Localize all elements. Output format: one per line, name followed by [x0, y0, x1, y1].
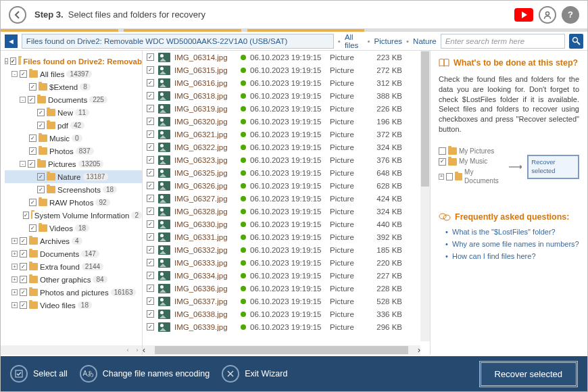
expand-toggle[interactable]: -: [20, 97, 26, 103]
file-row[interactable]: ✓IMG_06318.jpg06.10.2023 19:19:15Picture…: [143, 89, 430, 102]
checkbox[interactable]: ✓: [147, 310, 154, 318]
file-row[interactable]: ✓IMG_06336.jpg06.10.2023 19:19:15Picture…: [143, 282, 430, 295]
checkbox[interactable]: ✓: [147, 130, 154, 138]
tree-item[interactable]: +✓Other graphics84: [5, 273, 142, 286]
file-row[interactable]: ✓IMG_06338.jpg06.10.2023 19:19:15Picture…: [143, 308, 430, 320]
checkbox[interactable]: ✓: [37, 122, 45, 129]
crumb-nature[interactable]: Nature: [413, 37, 437, 45]
tree-item[interactable]: ✓pdf42: [5, 119, 142, 132]
checkbox[interactable]: ✓: [147, 246, 154, 253]
encoding-button[interactable]: Aあ Change file names encoding: [80, 365, 210, 383]
checkbox[interactable]: ✓: [147, 195, 154, 202]
checkbox[interactable]: ✓: [29, 134, 36, 142]
expand-toggle[interactable]: +: [11, 302, 18, 308]
tree-item[interactable]: -✓Pictures13205: [5, 157, 142, 170]
checkbox[interactable]: ✓: [147, 169, 154, 176]
youtube-icon[interactable]: [514, 8, 533, 22]
search-input[interactable]: Enter search term here: [441, 34, 566, 49]
checkbox[interactable]: ✓: [37, 186, 45, 193]
checkbox[interactable]: ✓: [147, 182, 154, 189]
checkbox[interactable]: ✓: [147, 323, 154, 330]
file-row[interactable]: ✓IMG_06327.jpg06.10.2023 19:19:15Picture…: [143, 192, 430, 205]
checkbox[interactable]: ✓: [147, 53, 154, 61]
back-button[interactable]: [9, 6, 26, 24]
tree-item[interactable]: ✓$Extend8: [5, 80, 142, 93]
select-all-button[interactable]: Select all: [10, 365, 68, 383]
expand-toggle[interactable]: +: [11, 264, 18, 270]
file-row[interactable]: ✓IMG_06326.jpg06.10.2023 19:19:15Picture…: [143, 179, 430, 192]
crumb-pictures[interactable]: Pictures: [374, 37, 403, 45]
tree-item[interactable]: ✓Photos837: [5, 145, 142, 157]
file-row[interactable]: ✓IMG_06333.jpg06.10.2023 19:19:15Picture…: [143, 256, 430, 269]
tree-item[interactable]: ✓RAW Photos92: [5, 196, 142, 209]
file-row[interactable]: ✓IMG_06315.jpg06.10.2023 19:19:15Picture…: [143, 64, 430, 76]
file-row[interactable]: ✓IMG_06339.jpg06.10.2023 19:19:15Picture…: [143, 320, 430, 333]
checkbox[interactable]: ✓: [29, 147, 36, 155]
file-row[interactable]: ✓IMG_06316.jpg06.10.2023 19:19:15Picture…: [143, 76, 430, 89]
tree-item[interactable]: ✓New11: [5, 106, 142, 119]
tree-item[interactable]: ✓Nature13187: [5, 170, 142, 183]
file-row[interactable]: ✓IMG_06331.jpg06.10.2023 19:19:15Picture…: [143, 230, 430, 243]
recover-selected-button[interactable]: Recover selected: [479, 361, 578, 387]
checkbox[interactable]: ✓: [147, 92, 154, 99]
checkbox[interactable]: ✓: [28, 96, 35, 103]
tree-item[interactable]: +✓Extra found2144: [5, 260, 142, 273]
faq-link[interactable]: Why are some file names in numbers?: [445, 239, 579, 249]
tree-item[interactable]: +✓Photos and pictures16163: [5, 286, 142, 299]
search-button[interactable]: [569, 34, 583, 49]
expand-toggle[interactable]: -: [11, 71, 18, 77]
tree-h-scrollbar[interactable]: ‹›: [1, 345, 142, 355]
checkbox[interactable]: ✓: [29, 199, 36, 206]
checkbox[interactable]: ✓: [20, 237, 27, 245]
tree-item[interactable]: ✓Music0: [5, 132, 142, 145]
checkbox[interactable]: ✓: [20, 276, 27, 283]
file-row[interactable]: ✓IMG_06332.jpg06.10.2023 19:19:15Picture…: [143, 243, 430, 256]
file-v-scrollbar[interactable]: [420, 51, 430, 341]
faq-link[interactable]: How can I find files here?: [445, 251, 579, 262]
file-row[interactable]: ✓IMG_06314.jpg06.10.2023 19:19:15Picture…: [143, 51, 430, 64]
expand-toggle[interactable]: +: [11, 251, 18, 257]
checkbox[interactable]: ✓: [147, 233, 154, 241]
checkbox[interactable]: ✓: [147, 156, 154, 164]
tree-root[interactable]: -✓Files found on Drive2: Removab: [5, 55, 142, 68]
checkbox[interactable]: ✓: [147, 118, 154, 125]
file-h-scrollbar[interactable]: ‹›: [143, 345, 420, 355]
file-row[interactable]: ✓IMG_06321.jpg06.10.2023 19:19:15Picture…: [143, 128, 430, 141]
checkbox[interactable]: ✓: [147, 105, 154, 112]
faq-link[interactable]: What is the "$LostFiles" folder?: [445, 227, 579, 237]
checkbox[interactable]: ✓: [147, 297, 154, 305]
checkbox[interactable]: ✓: [28, 160, 35, 168]
checkbox[interactable]: ✓: [29, 83, 36, 91]
path-location[interactable]: Files found on Drive2: Removable WDC WD5…: [22, 34, 334, 49]
file-row[interactable]: ✓IMG_06330.jpg06.10.2023 19:19:15Picture…: [143, 218, 430, 230]
checkbox[interactable]: ✓: [20, 263, 27, 270]
checkbox[interactable]: ✓: [147, 259, 154, 266]
expand-toggle[interactable]: +: [11, 276, 18, 283]
crumb-all[interactable]: All files: [345, 33, 364, 49]
file-row[interactable]: ✓IMG_06325.jpg06.10.2023 19:19:15Picture…: [143, 166, 430, 179]
file-row[interactable]: ✓IMG_06337.jpg06.10.2023 19:19:15Picture…: [143, 295, 430, 308]
checkbox[interactable]: ✓: [20, 289, 27, 296]
exit-wizard-button[interactable]: Exit Wizard: [222, 365, 287, 383]
expand-toggle[interactable]: -: [20, 161, 26, 167]
tree-item[interactable]: +✓Video files18: [5, 299, 142, 312]
checkbox[interactable]: ✓: [147, 207, 154, 215]
tree-item[interactable]: ✓System Volume Information2: [5, 209, 142, 222]
checkbox[interactable]: ✓: [20, 301, 27, 309]
help-button[interactable]: ?: [562, 6, 579, 24]
checkbox[interactable]: ✓: [29, 224, 36, 232]
checkbox[interactable]: ✓: [23, 212, 29, 219]
checkbox[interactable]: ✓: [147, 79, 154, 87]
file-row[interactable]: ✓IMG_06328.jpg06.10.2023 19:19:15Picture…: [143, 205, 430, 218]
account-button[interactable]: [539, 6, 556, 24]
checkbox[interactable]: ✓: [147, 285, 154, 292]
file-row[interactable]: ✓IMG_06323.jpg06.10.2023 19:19:15Picture…: [143, 153, 430, 166]
checkbox[interactable]: ✓: [20, 70, 27, 78]
checkbox[interactable]: ✓: [37, 173, 45, 180]
path-back-button[interactable]: ◄: [5, 34, 18, 48]
expand-toggle[interactable]: +: [11, 238, 18, 244]
file-row[interactable]: ✓IMG_06319.jpg06.10.2023 19:19:15Picture…: [143, 102, 430, 115]
file-row[interactable]: ✓IMG_06334.jpg06.10.2023 19:19:15Picture…: [143, 269, 430, 282]
file-row[interactable]: ✓IMG_06320.jpg06.10.2023 19:19:15Picture…: [143, 115, 430, 128]
checkbox[interactable]: ✓: [37, 109, 45, 116]
